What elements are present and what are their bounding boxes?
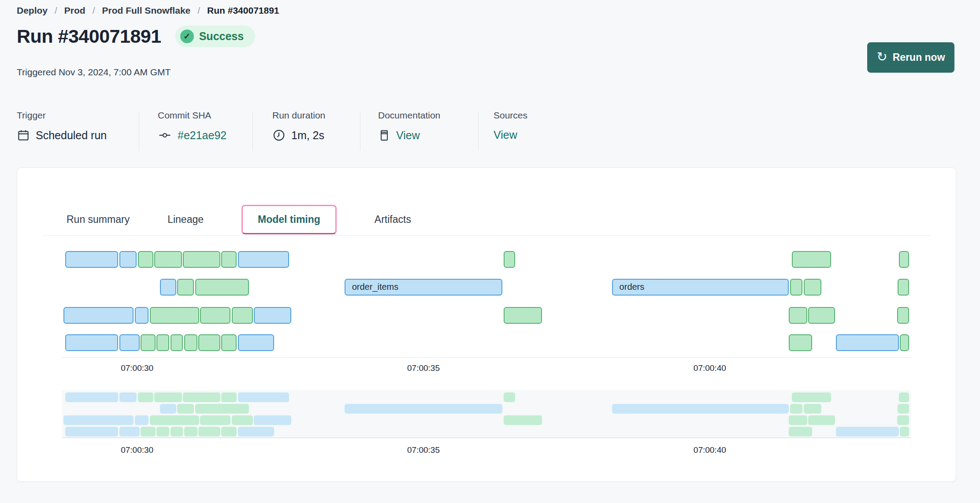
timing-bar[interactable] [899, 251, 909, 268]
timing-bar[interactable] [154, 251, 182, 268]
meta-duration-label: Run duration [272, 110, 325, 121]
meta-commit-value[interactable]: #e21ae92 [178, 129, 226, 142]
timing-bar[interactable] [221, 251, 237, 268]
divider [252, 112, 253, 151]
timing-bar-label: orders [613, 280, 788, 294]
axis-tick-label: 07:00:35 [407, 445, 440, 455]
tab-divider [43, 235, 930, 236]
timing-bar [221, 392, 237, 402]
timing-bar[interactable] [789, 307, 807, 324]
status-badge-label: Success [199, 30, 244, 43]
timing-bar [119, 392, 137, 402]
timing-row: order_itemsorders [62, 279, 911, 296]
timing-bar [789, 415, 807, 425]
timing-bar-orders[interactable]: orders [612, 279, 789, 296]
timing-bar [160, 404, 176, 414]
timing-row [62, 307, 911, 324]
timing-bar[interactable] [119, 251, 137, 268]
timing-bar[interactable] [504, 251, 515, 268]
timing-bar [200, 415, 230, 425]
breadcrumb-separator: / [93, 5, 95, 16]
timing-bar[interactable] [808, 307, 835, 324]
timing-bar[interactable] [898, 279, 909, 296]
meta-docs-view-link[interactable]: View [396, 129, 420, 142]
breadcrumb-job[interactable]: Prod Full Snowflake [102, 5, 191, 16]
tab-artifacts[interactable]: Artifacts [375, 214, 411, 226]
timing-bar[interactable] [221, 334, 237, 351]
breadcrumb-deploy[interactable]: Deploy [17, 5, 48, 16]
timing-bar [789, 427, 812, 436]
axis-tick-label: 07:00:40 [694, 363, 726, 373]
timing-bar[interactable] [135, 307, 148, 324]
timing-bar[interactable] [897, 307, 909, 324]
timing-row [62, 404, 911, 414]
timing-bar-order_items[interactable]: order_items [345, 279, 503, 296]
timing-bar[interactable] [790, 279, 803, 296]
timing-row [62, 251, 911, 268]
triggered-timestamp: Triggered Nov 3, 2024, 7:00 AM GMT [17, 67, 171, 78]
timing-bar[interactable] [183, 251, 220, 268]
timing-bar[interactable] [836, 334, 899, 351]
timing-bar[interactable] [198, 334, 220, 351]
timing-bar[interactable] [238, 251, 289, 268]
timing-bar [195, 404, 249, 414]
timing-bar[interactable] [177, 279, 194, 296]
rerun-now-button[interactable]: ↻ Rerun now [867, 42, 954, 73]
tab-bar: Run summary Lineage Model timing Artifac… [67, 203, 411, 235]
timing-bar [63, 415, 134, 425]
axis-tick-label: 07:00:35 [407, 363, 440, 373]
tab-run-summary[interactable]: Run summary [67, 214, 130, 226]
axis-tick-label: 07:00:30 [121, 363, 153, 373]
timing-bar [790, 404, 803, 414]
timing-bar[interactable] [254, 307, 291, 324]
axis-tick-label: 07:00:30 [121, 445, 153, 455]
timing-bar[interactable] [156, 334, 169, 351]
timing-bar[interactable] [900, 334, 909, 351]
calendar-icon [17, 129, 30, 142]
timing-bar[interactable] [119, 334, 140, 351]
timing-bar [238, 392, 289, 402]
timing-bar[interactable] [232, 307, 253, 324]
timing-row [62, 334, 911, 351]
meta-commit-label: Commit SHA [158, 110, 226, 121]
meta-commit-sha: Commit SHA #e21ae92 [158, 110, 226, 142]
timing-bar[interactable] [195, 279, 249, 296]
timing-minimap[interactable] [62, 390, 911, 438]
timing-bar[interactable] [804, 279, 821, 296]
timing-bar[interactable] [238, 334, 274, 351]
commit-icon [158, 129, 172, 142]
timing-bar [898, 404, 909, 414]
page-title: Run #340071891 [17, 26, 161, 47]
timing-bar-label: order_items [345, 280, 502, 294]
timing-bar[interactable] [792, 251, 832, 268]
timing-bar [897, 415, 909, 425]
timing-bar[interactable] [65, 334, 119, 351]
meta-sources-view-link[interactable]: View [494, 129, 517, 141]
timing-bar[interactable] [184, 334, 197, 351]
divider [139, 112, 139, 151]
timing-bar[interactable] [141, 334, 156, 351]
timing-bar[interactable] [65, 251, 119, 268]
tab-model-timing[interactable]: Model timing [241, 205, 337, 234]
meta-trigger: Trigger Scheduled run [17, 110, 107, 142]
meta-trigger-value: Scheduled run [36, 129, 107, 142]
meta-documentation: Documentation View [378, 110, 440, 142]
timing-bar[interactable] [171, 334, 183, 351]
breadcrumb-run: Run #340071891 [207, 5, 279, 16]
timing-bar[interactable] [200, 307, 230, 324]
minimap-axis-labels: 07:00:3007:00:3507:00:40 [62, 445, 911, 456]
timing-bar[interactable] [160, 279, 176, 296]
breadcrumb-prod[interactable]: Prod [64, 5, 85, 16]
check-icon: ✓ [180, 30, 194, 43]
timing-bar[interactable] [504, 307, 542, 324]
timing-bar [177, 404, 194, 414]
timing-bar[interactable] [789, 334, 812, 351]
timing-bar[interactable] [138, 251, 153, 268]
timing-bar [150, 415, 199, 425]
model-timing-gantt: order_itemsorders [62, 248, 911, 354]
timing-bar [836, 427, 899, 436]
meta-run-duration: Run duration 1m, 2s [272, 110, 325, 142]
timing-bar[interactable] [150, 307, 199, 324]
timing-bar[interactable] [63, 307, 134, 324]
tab-lineage[interactable]: Lineage [167, 214, 204, 226]
